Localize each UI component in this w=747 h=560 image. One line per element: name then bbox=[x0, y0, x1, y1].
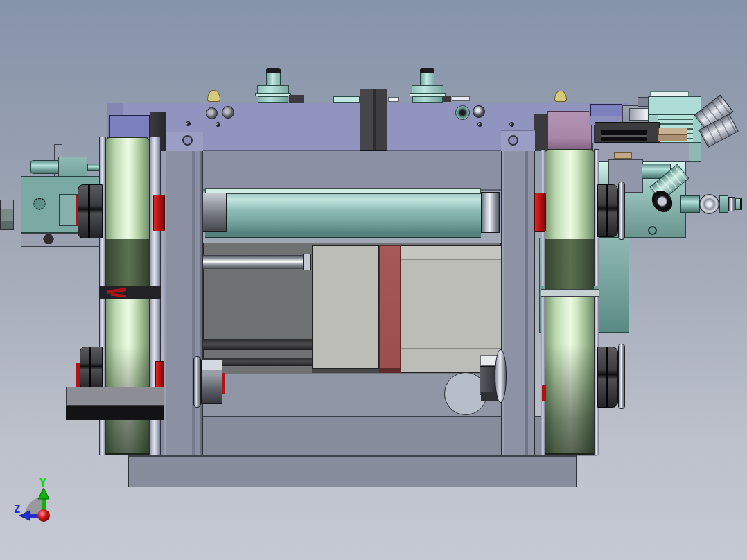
guide-rod-cap bbox=[303, 254, 311, 270]
wheel-upper-left-shadow bbox=[106, 239, 149, 286]
bearing-hub[interactable] bbox=[597, 184, 618, 237]
left-actuator-rod bbox=[87, 164, 100, 171]
shaft-hex-base bbox=[481, 392, 498, 401]
clamp-tab bbox=[443, 96, 451, 102]
roller-bottom-edge bbox=[205, 232, 481, 238]
step-hole-left bbox=[182, 135, 193, 146]
slider-stripe[interactable] bbox=[379, 245, 401, 369]
stud-cylinder[interactable] bbox=[266, 73, 281, 87]
teal-shim-strip bbox=[333, 96, 360, 103]
slider-top-step bbox=[401, 246, 501, 260]
roller-tube[interactable] bbox=[205, 194, 481, 232]
socket-screw[interactable] bbox=[222, 106, 234, 119]
white-shim-strip bbox=[452, 96, 470, 101]
socket-screw-teal-ring[interactable] bbox=[455, 105, 470, 120]
straight-fitting-tip bbox=[735, 198, 742, 210]
red-hub[interactable] bbox=[534, 193, 546, 232]
straight-fitting-knurl bbox=[699, 194, 719, 214]
base-plate[interactable] bbox=[128, 455, 577, 487]
tan-spacer bbox=[658, 128, 687, 135]
bracket-bar[interactable] bbox=[66, 387, 164, 406]
wheel-lower-left[interactable] bbox=[106, 299, 149, 455]
white-shim-strip bbox=[388, 97, 399, 102]
stud-hex-lower[interactable] bbox=[412, 96, 443, 103]
tan-tab bbox=[614, 152, 632, 159]
left-plate-hole bbox=[33, 198, 46, 210]
straight-fitting-rings bbox=[728, 197, 735, 211]
wheel-upper-left[interactable] bbox=[106, 137, 149, 239]
cad-viewport[interactable]: Y Z bbox=[0, 0, 747, 560]
left-actuator-cylinder[interactable] bbox=[30, 160, 58, 174]
straight-fitting-hex bbox=[719, 195, 728, 213]
yellow-plug bbox=[554, 91, 567, 102]
right-plate-hole bbox=[648, 226, 657, 235]
blue-block-right[interactable] bbox=[590, 104, 622, 116]
mauve-block[interactable] bbox=[547, 111, 592, 151]
wheel-rim bbox=[541, 297, 545, 455]
slider-body-left[interactable] bbox=[312, 245, 379, 369]
straight-fitting-body[interactable] bbox=[680, 195, 700, 213]
x-axis-sphere bbox=[37, 509, 50, 522]
socket-screw[interactable] bbox=[473, 105, 485, 118]
red-sliver bbox=[222, 373, 225, 394]
dowel-hole bbox=[186, 121, 191, 126]
roller-hex-collar-left[interactable] bbox=[202, 193, 227, 232]
bearing-hub[interactable] bbox=[78, 184, 103, 238]
left-inner-box bbox=[59, 194, 78, 226]
z-axis-arrowhead bbox=[19, 511, 30, 520]
stud-cylinder[interactable] bbox=[420, 73, 434, 87]
frame-column-right[interactable] bbox=[501, 111, 535, 460]
bearing-chrome-ring bbox=[618, 182, 625, 240]
air-cylinder-head[interactable] bbox=[648, 96, 701, 115]
dowel-hole bbox=[216, 122, 220, 127]
connector-groove-line bbox=[601, 135, 647, 137]
wheel-lower-right[interactable] bbox=[545, 297, 594, 455]
shaft-hex-nut[interactable] bbox=[201, 360, 222, 404]
dowel-hole bbox=[477, 122, 482, 127]
red-sliver bbox=[542, 385, 546, 401]
mid-beam[interactable] bbox=[166, 149, 524, 191]
yellow-plug bbox=[207, 90, 220, 102]
panel-groove bbox=[203, 339, 313, 350]
red-hub[interactable] bbox=[153, 195, 165, 231]
step-hole-right bbox=[508, 135, 518, 146]
wheel-gap-band-right bbox=[541, 289, 599, 297]
guide-rod[interactable] bbox=[203, 255, 305, 269]
bearing-hub[interactable] bbox=[80, 347, 103, 390]
tan-spacer-dark bbox=[658, 135, 687, 141]
bracket-bar-dark bbox=[66, 406, 164, 420]
wheel-upper-right[interactable] bbox=[545, 149, 594, 239]
stud-hex-lower[interactable] bbox=[258, 96, 288, 103]
center-clamp-block[interactable] bbox=[360, 89, 387, 151]
z-axis-label: Z bbox=[14, 503, 20, 516]
slider-seam bbox=[401, 348, 501, 349]
clamp-tab bbox=[289, 95, 304, 103]
bearing-hub[interactable] bbox=[597, 347, 618, 408]
bearing-chrome-ring bbox=[618, 344, 625, 409]
socket-screw[interactable] bbox=[206, 107, 218, 119]
far-left-stack bbox=[0, 200, 14, 230]
dowel-hole bbox=[509, 122, 514, 127]
y-axis-label: Y bbox=[39, 476, 46, 489]
shaft-washer-ring bbox=[495, 349, 507, 403]
roller-highlight bbox=[205, 188, 481, 194]
slider-body-right[interactable] bbox=[401, 245, 502, 373]
orientation-triad: Y Z bbox=[12, 469, 82, 527]
roller-collar-right[interactable] bbox=[481, 192, 500, 233]
wheel-upper-right-shadow bbox=[545, 239, 594, 289]
dark-notch-right bbox=[534, 114, 548, 151]
y-axis-arrowhead bbox=[38, 488, 49, 499]
shaft-washer bbox=[193, 356, 201, 408]
